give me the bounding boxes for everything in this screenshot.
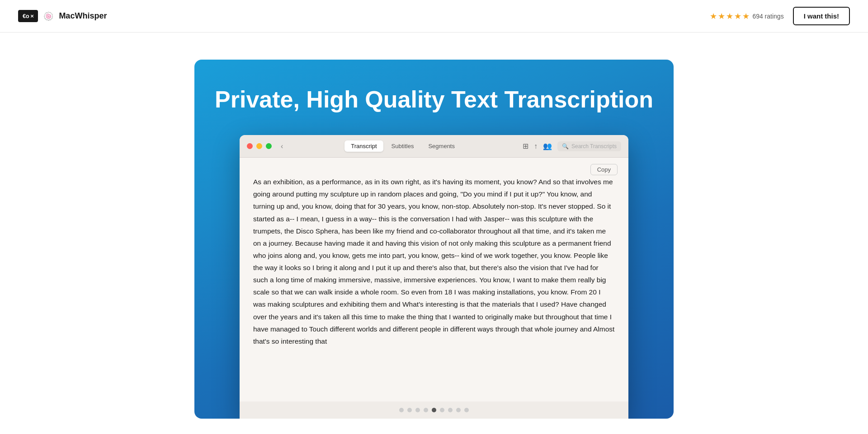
dot-6[interactable] <box>440 408 444 412</box>
search-icon: 🔍 <box>562 143 569 149</box>
ratings-count: 694 ratings <box>752 13 783 20</box>
window-minimize-button[interactable] <box>256 143 262 149</box>
stars-area: ★ ★ ★ ★ ★ 694 ratings <box>710 11 783 21</box>
window-controls <box>247 143 272 149</box>
grid-icon[interactable]: ⊞ <box>523 142 528 150</box>
mac-tabs: Transcript Subtitles Segments <box>290 140 515 152</box>
star-4: ★ <box>734 11 741 21</box>
mac-titlebar: ‹ Transcript Subtitles Segments ⊞ ↑ 👥 <box>240 135 628 158</box>
people-icon[interactable]: 👥 <box>543 142 552 150</box>
dot-5-active[interactable] <box>432 408 436 412</box>
star-1: ★ <box>710 11 717 21</box>
main-content: Private, High Quality Text Transcription… <box>0 33 868 419</box>
search-bar[interactable]: 🔍 Search Transcripts <box>557 141 621 151</box>
carousel-dots <box>240 401 628 419</box>
window-close-button[interactable] <box>247 143 253 149</box>
dot-2[interactable] <box>407 408 412 412</box>
want-this-button[interactable]: I want this! <box>793 7 850 25</box>
stars: ★ ★ ★ ★ ★ <box>710 11 750 21</box>
dot-4[interactable] <box>424 408 428 412</box>
dot-7[interactable] <box>448 408 453 412</box>
transcript-area: Copy As an exhibition, as a performance,… <box>240 158 628 401</box>
showcase-title: Private, High Quality Text Transcription <box>215 87 653 112</box>
star-3: ★ <box>726 11 733 21</box>
gumroad-icon: 🍥 <box>43 11 53 21</box>
copy-button[interactable]: Copy <box>590 164 618 175</box>
star-5: ★ <box>742 11 750 21</box>
dot-8[interactable] <box>456 408 461 412</box>
navbar: €o × 🍥 MacWhisper ★ ★ ★ ★ ★ 694 ratings … <box>0 0 868 33</box>
transcript-text: As an exhibition, as a performance, as i… <box>253 167 615 356</box>
dot-1[interactable] <box>399 408 404 412</box>
dot-9[interactable] <box>464 408 469 412</box>
back-button[interactable]: ‹ <box>281 142 283 150</box>
export-icon[interactable]: ↑ <box>534 142 538 150</box>
mac-toolbar-right: ⊞ ↑ 👥 🔍 Search Transcripts <box>523 141 621 151</box>
tab-subtitles[interactable]: Subtitles <box>385 140 420 152</box>
tab-segments[interactable]: Segments <box>422 140 461 152</box>
search-placeholder: Search Transcripts <box>571 143 617 149</box>
logo-badge: €o × <box>18 10 38 22</box>
star-2: ★ <box>718 11 725 21</box>
product-showcase: Private, High Quality Text Transcription… <box>194 60 674 419</box>
app-name: MacWhisper <box>59 11 107 21</box>
navbar-left: €o × 🍥 MacWhisper <box>18 10 107 22</box>
navbar-right: ★ ★ ★ ★ ★ 694 ratings I want this! <box>710 7 850 25</box>
mac-window: ‹ Transcript Subtitles Segments ⊞ ↑ 👥 <box>240 135 628 419</box>
dot-3[interactable] <box>415 408 420 412</box>
tab-transcript[interactable]: Transcript <box>344 140 383 152</box>
window-maximize-button[interactable] <box>266 143 272 149</box>
